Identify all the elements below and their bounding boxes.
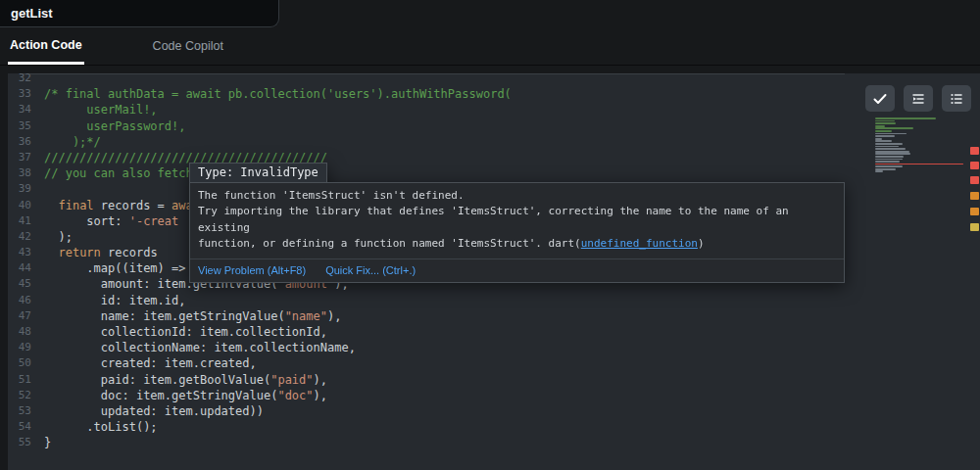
code-line[interactable]: 32 — [8, 73, 980, 86]
line-number: 51 — [8, 372, 44, 388]
code-editor-window: getList Action Code Code Copilot 3233/* … — [0, 0, 980, 470]
function-name-header: getList — [0, 0, 279, 27]
line-number: 48 — [8, 324, 44, 340]
error-message-box: The function 'ItemsStruct' isn't defined… — [189, 182, 845, 283]
apply-code-button[interactable] — [865, 85, 895, 112]
undefined-function-link[interactable]: undefined_function — [581, 237, 698, 250]
line-number: 39 — [8, 181, 44, 197]
line-number: 36 — [8, 134, 44, 150]
code-line[interactable]: 50 created: item.created, — [8, 355, 980, 371]
code-line[interactable]: 46 id: item.id, — [8, 293, 980, 308]
error-message-line3: function, or defining a function named '… — [198, 236, 836, 252]
line-number: 38 — [8, 165, 44, 181]
code-line[interactable]: 33/* final authData = await pb.collectio… — [8, 86, 980, 102]
format-code-button[interactable] — [904, 85, 933, 112]
view-problem-link[interactable]: View Problem (Alt+F8) — [198, 264, 306, 276]
quick-fix-link[interactable]: Quick Fix... (Ctrl+.) — [325, 264, 416, 276]
code-line[interactable]: 35 userPassword!, — [8, 118, 980, 134]
code-line[interactable]: 52 doc: item.getStringValue("doc"), — [8, 388, 980, 403]
line-number: 34 — [8, 102, 44, 118]
line-number: 47 — [8, 308, 44, 324]
line-number: 40 — [8, 198, 44, 213]
line-number: 42 — [8, 229, 44, 245]
line-number: 54 — [8, 419, 44, 435]
line-number: 46 — [8, 293, 44, 308]
line-number: 52 — [8, 388, 44, 403]
error-tooltip: Type: InvalidType The function 'ItemsStr… — [189, 162, 845, 283]
error-message: The function 'ItemsStruct' isn't defined… — [190, 183, 844, 258]
overview-ruler — [968, 0, 980, 470]
tab-action-code[interactable]: Action Code — [8, 27, 84, 65]
tab-code-copilot[interactable]: Code Copilot — [151, 27, 225, 65]
line-number: 49 — [8, 340, 44, 355]
code-line[interactable]: 34 userMail!, — [8, 102, 980, 118]
line-number: 43 — [8, 245, 44, 260]
code-line[interactable]: 55} — [8, 435, 980, 450]
line-number: 37 — [8, 150, 44, 165]
format-code-icon — [910, 91, 926, 107]
code-line[interactable]: 36 );*/ — [8, 134, 980, 150]
function-name: getList — [11, 6, 53, 21]
error-message-line2: Try importing the library that defines '… — [198, 204, 836, 236]
code-line[interactable]: 49 collectionName: item.collectionName, — [8, 340, 980, 355]
line-number: 53 — [8, 403, 44, 419]
line-number: 50 — [8, 355, 44, 371]
tooltip-actions: View Problem (Alt+F8) Quick Fix... (Ctrl… — [190, 258, 844, 282]
line-number: 33 — [8, 86, 44, 102]
line-number: 41 — [8, 213, 44, 229]
code-line[interactable]: 54 .toList(); — [8, 419, 980, 435]
line-number: 45 — [8, 276, 44, 292]
code-outline-button[interactable] — [942, 85, 971, 112]
line-number: 35 — [8, 118, 44, 134]
code-line[interactable]: 47 name: item.getStringValue("name"), — [8, 308, 980, 324]
tab-bar: Action Code Code Copilot — [0, 27, 980, 66]
code-line[interactable]: 48 collectionId: item.collectionId, — [8, 324, 980, 340]
line-number: 44 — [8, 260, 44, 276]
code-line[interactable]: 53 updated: item.updated)) — [8, 403, 980, 419]
minimap[interactable] — [875, 118, 944, 173]
error-type-label: Type: InvalidType — [189, 163, 327, 183]
check-icon — [872, 91, 888, 107]
editor-toolbar — [865, 85, 971, 112]
outline-list-icon — [949, 91, 964, 107]
code-line[interactable]: 51 paid: item.getBoolValue("paid"), — [8, 372, 980, 388]
error-message-line1: The function 'ItemsStruct' isn't defined… — [198, 188, 836, 204]
line-number: 55 — [8, 435, 44, 450]
line-number: 32 — [8, 73, 44, 86]
